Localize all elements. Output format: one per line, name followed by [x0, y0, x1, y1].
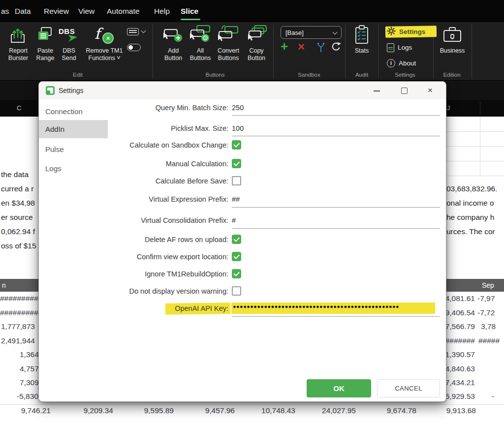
- convert-buttons-icon: [215, 25, 242, 47]
- sandbox-add-icon[interactable]: +: [281, 40, 288, 53]
- paste-range-icon: [33, 25, 57, 47]
- group-label-settings: Settings: [385, 72, 425, 78]
- remove-tm1-functions-button[interactable]: f × Remove TM1 Functions ˅: [82, 25, 127, 62]
- openai-key-label: OpenAI API Key:: [88, 304, 228, 312]
- ignore-rebuild-checkbox[interactable]: [232, 269, 241, 278]
- logs-label: Logs: [398, 44, 412, 51]
- sheet-cell: 9,209.34: [57, 406, 113, 415]
- sheet-cell: 9,913.68: [419, 406, 476, 415]
- confirm-export-label: Confirm view export location:: [88, 253, 228, 261]
- add-button-icon: [161, 25, 185, 47]
- sheet-cell: 3,78: [481, 322, 496, 331]
- sheet-cell: -5,830: [17, 392, 38, 401]
- stats-button[interactable]: Stats: [350, 25, 373, 55]
- convert-buttons-button[interactable]: Convert Buttons: [215, 25, 242, 62]
- settings-dialog: Settings × Connection AddIn Pulse Logs Q…: [38, 81, 446, 402]
- manual-calc-checkbox[interactable]: [232, 159, 241, 168]
- group-label-buttons: Buttons: [190, 72, 240, 78]
- sheet-cell: -7,97: [477, 294, 495, 303]
- virtual-consol-input[interactable]: #: [232, 216, 236, 224]
- sheet-cell: 9,674.78: [360, 406, 416, 415]
- picklist-max-input[interactable]: 100: [232, 124, 244, 132]
- report-burster-label: Report Burster: [3, 47, 33, 62]
- menu-item-help[interactable]: Help: [154, 0, 170, 22]
- business-edition-button[interactable]: Business: [438, 25, 467, 55]
- all-buttons-label: All Buttons: [188, 47, 213, 62]
- remove-tm1-functions-label: Remove TM1 Functions ˅: [82, 47, 127, 62]
- briefcase-icon: [438, 25, 467, 47]
- logs-button[interactable]: Logs: [387, 42, 412, 53]
- info-icon: i: [387, 59, 395, 67]
- group-label-sandbox: Sandbox: [284, 72, 334, 78]
- chevron-down-icon[interactable]: [141, 29, 146, 33]
- minimize-icon[interactable]: [374, 91, 380, 91]
- business-label: Business: [438, 47, 467, 55]
- sheet-cell: 4,757: [20, 364, 39, 373]
- slice-logo-icon: [46, 86, 55, 95]
- openai-key-input-masked[interactable]: ●●●●●●●●●●●●●●●●●●●●●●●●●●●●●●●●●●●●●●●●…: [233, 303, 399, 309]
- sheet-cell: 9,457.96: [178, 406, 235, 415]
- menu-item-review[interactable]: Review: [44, 0, 69, 22]
- maximize-icon[interactable]: [401, 88, 408, 94]
- layout-rows-icon[interactable]: [127, 28, 139, 35]
- gear-icon: [387, 27, 396, 37]
- paste-range-button[interactable]: Paste Range: [33, 25, 57, 62]
- sheet-cell: 24,027.95: [299, 406, 356, 415]
- settings-button[interactable]: Settings: [387, 26, 425, 37]
- add-button-button[interactable]: Add Button: [161, 25, 185, 62]
- copy-button-label: Copy Button: [243, 47, 270, 62]
- dialog-title: Settings: [59, 82, 84, 99]
- group-label-audit: Audit: [342, 72, 381, 78]
- dbs-send-button[interactable]: DBS DBS Send: [57, 25, 81, 62]
- confirm-export-checkbox[interactable]: [232, 252, 241, 261]
- stats-icon: [350, 25, 373, 47]
- sheet-cell: 9,746.21: [0, 406, 51, 415]
- mini-toggle-switch[interactable]: [127, 44, 141, 51]
- all-buttons-button[interactable]: All Buttons: [188, 25, 213, 62]
- column-header-j[interactable]: J: [447, 100, 450, 117]
- sheet-cell: -7,72: [477, 308, 495, 317]
- menu-item-formulas-cut[interactable]: as: [1, 0, 9, 22]
- sheet-cell: 7,309: [20, 378, 39, 387]
- logs-file-icon: [387, 43, 394, 52]
- no-version-warning-label: Do not display version warning:: [88, 287, 228, 295]
- sheet-text-fragment: en $34,98: [1, 199, 35, 208]
- report-burster-icon: [3, 25, 33, 47]
- group-label-edit: Edit: [53, 72, 102, 78]
- menu-item-automate[interactable]: Automate: [107, 0, 139, 22]
- query-min-batch-input[interactable]: 250: [232, 104, 244, 112]
- calc-sandbox-checkbox[interactable]: [232, 140, 241, 150]
- month-header-left: n: [2, 279, 6, 292]
- sheet-cell: 10,748.43: [239, 406, 295, 415]
- about-label: About: [399, 60, 416, 67]
- virtual-expr-input[interactable]: ##: [232, 195, 240, 203]
- about-button[interactable]: i About: [387, 58, 416, 69]
- sheet-text-fragment: curred a r: [1, 184, 33, 193]
- sandbox-dropdown[interactable]: [Base]: [281, 26, 342, 39]
- month-header-sep: Sep: [482, 279, 494, 292]
- sheet-cell: 1,777,873: [1, 322, 35, 331]
- no-version-warning-checkbox[interactable]: [232, 286, 241, 296]
- column-header-c[interactable]: C: [17, 100, 21, 117]
- convert-buttons-label: Convert Buttons: [215, 47, 242, 62]
- cancel-button[interactable]: CANCEL: [377, 379, 440, 397]
- sandbox-delete-icon[interactable]: ×: [298, 40, 305, 53]
- menu-item-data[interactable]: Data: [15, 0, 31, 22]
- menu-item-view[interactable]: View: [78, 0, 94, 22]
- dbs-send-label: DBS Send: [57, 47, 81, 62]
- sandbox-merge-icon[interactable]: [316, 42, 325, 55]
- delete-af-checkbox[interactable]: [232, 235, 241, 244]
- ok-button[interactable]: OK: [307, 379, 371, 397]
- delete-af-label: Delete AF rows on upload:: [88, 236, 228, 243]
- sheet-cell: #####: [478, 336, 500, 345]
- query-min-batch-label: Query Min. Batch Size:: [88, 104, 228, 112]
- copy-button-button[interactable]: Copy Button: [243, 25, 270, 62]
- dialog-titlebar[interactable]: Settings ×: [39, 82, 446, 99]
- report-burster-button[interactable]: Report Burster: [3, 25, 33, 62]
- sheet-text-fragment: he company h: [446, 213, 494, 222]
- sheet-cell: 9,595.89: [117, 406, 174, 415]
- slice-ribbon: Report Burster Paste Range DBS DBS Send …: [0, 22, 504, 80]
- calc-before-save-checkbox[interactable]: [232, 176, 241, 185]
- close-icon[interactable]: ×: [426, 82, 435, 99]
- sandbox-refresh-icon[interactable]: [331, 41, 342, 54]
